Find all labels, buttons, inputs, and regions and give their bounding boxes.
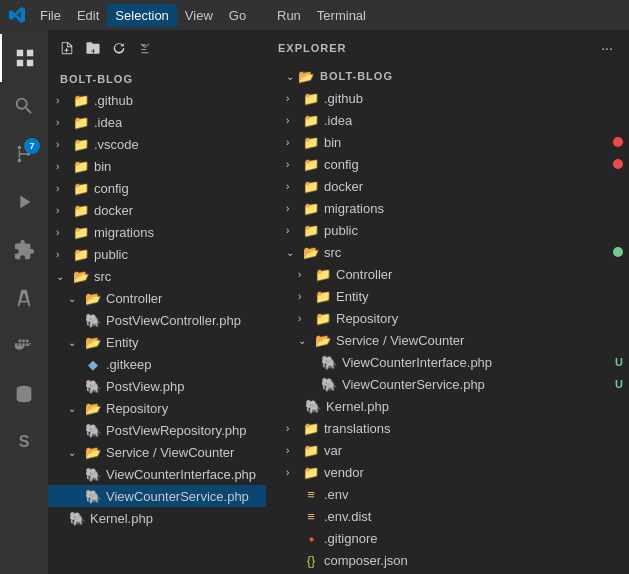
right-item-label: Repository	[336, 311, 629, 326]
right-root-label[interactable]: ⌄ 📂 BOLT-BLOG	[266, 65, 629, 87]
right-item-label: .env	[324, 487, 629, 502]
sidebar-item-viewcounterinterface[interactable]: 🐘 ViewCounterInterface.php	[48, 463, 266, 485]
sidebar-item-bin[interactable]: › 📁 bin	[48, 155, 266, 177]
right-item-translations[interactable]: › 📁 translations	[266, 417, 629, 439]
right-item-src[interactable]: ⌄ 📂 src	[266, 241, 629, 263]
sidebar-item-postview[interactable]: 🐘 PostView.php	[48, 375, 266, 397]
menu-run[interactable]: Run	[269, 4, 309, 27]
folder-icon: 📁	[72, 137, 90, 152]
folder-icon: 📁	[302, 179, 320, 194]
sidebar-item-src[interactable]: ⌄ 📂 src	[48, 265, 266, 287]
sidebar-item-docker[interactable]: › 📁 docker	[48, 199, 266, 221]
right-item-config[interactable]: › 📁 config	[266, 153, 629, 175]
sidebar-item-migrations[interactable]: › 📁 migrations	[48, 221, 266, 243]
right-item-viewcounterinterface[interactable]: 🐘 ViewCounterInterface.php U	[266, 351, 629, 373]
activity-source-control[interactable]: 7	[0, 130, 48, 178]
sidebar-item-github[interactable]: › 📁 .github	[48, 89, 266, 111]
folder-icon: 📁	[314, 289, 332, 304]
right-item-envdist[interactable]: ≡ .env.dist	[266, 505, 629, 527]
sidebar-item-repository[interactable]: ⌄ 📂 Repository	[48, 397, 266, 419]
sidebar-item-postviewcontroller[interactable]: 🐘 PostViewController.php	[48, 309, 266, 331]
right-item-kernel[interactable]: 🐘 Kernel.php	[266, 395, 629, 417]
activity-symfony[interactable]: S	[0, 418, 48, 466]
right-item-var[interactable]: › 📁 var	[266, 439, 629, 461]
folder-open-icon: 📂	[84, 445, 102, 460]
untracked-u-badge: U	[615, 356, 623, 368]
chevron-right-icon: ›	[56, 117, 72, 128]
activity-database[interactable]	[0, 370, 48, 418]
svg-rect-1	[19, 343, 22, 346]
folder-icon: 📁	[314, 311, 332, 326]
right-item-idea[interactable]: › 📁 .idea	[266, 109, 629, 131]
right-item-vendor[interactable]: › 📁 vendor	[266, 461, 629, 483]
menu-file[interactable]: File	[32, 4, 69, 27]
folder-icon: 📁	[302, 465, 320, 480]
right-item-controller[interactable]: › 📁 Controller	[266, 263, 629, 285]
activity-run-debug[interactable]	[0, 178, 48, 226]
activity-test[interactable]	[0, 274, 48, 322]
right-item-public[interactable]: › 📁 public	[266, 219, 629, 241]
sidebar-item-config[interactable]: › 📁 config	[48, 177, 266, 199]
right-item-migrations[interactable]: › 📁 migrations	[266, 197, 629, 219]
php-icon: 🐘	[84, 313, 102, 328]
right-item-service-viewcounter[interactable]: ⌄ 📂 Service / ViewCounter	[266, 329, 629, 351]
collapse-all-btn[interactable]	[134, 37, 156, 59]
sidebar-item-label: Kernel.php	[90, 511, 153, 526]
titlebar-left: File Edit Selection View Go	[0, 4, 265, 27]
chevron-right-icon: ›	[286, 203, 302, 214]
activity-docker[interactable]	[0, 322, 48, 370]
right-item-viewcounterservice[interactable]: 🐘 ViewCounterService.php U	[266, 373, 629, 395]
sidebar-item-label: src	[94, 269, 111, 284]
sidebar-item-entity[interactable]: ⌄ 📂 Entity	[48, 331, 266, 353]
right-item-github[interactable]: › 📁 .github	[266, 87, 629, 109]
right-item-docker[interactable]: › 📁 docker	[266, 175, 629, 197]
folder-icon: 📁	[72, 159, 90, 174]
right-item-entity[interactable]: › 📁 Entity	[266, 285, 629, 307]
activity-explorer[interactable]	[0, 34, 48, 82]
chevron-right-icon: ›	[286, 423, 302, 434]
sidebar-item-label: docker	[94, 203, 133, 218]
sidebar-item-service-viewcounter[interactable]: ⌄ 📂 Service / ViewCounter	[48, 441, 266, 463]
sidebar-item-label: .vscode	[94, 137, 139, 152]
sidebar-item-vscode[interactable]: › 📁 .vscode	[48, 133, 266, 155]
right-item-env[interactable]: ≡ .env	[266, 483, 629, 505]
modified-badge	[613, 137, 623, 147]
sidebar-item-kernel[interactable]: 🐘 Kernel.php	[48, 507, 266, 529]
menu-edit[interactable]: Edit	[69, 4, 107, 27]
sidebar-item-public[interactable]: › 📁 public	[48, 243, 266, 265]
menu-view[interactable]: View	[177, 4, 221, 27]
right-menus: Run Terminal	[269, 4, 374, 27]
left-menus: File Edit Selection View Go	[32, 4, 254, 27]
right-item-bin[interactable]: › 📁 bin	[266, 131, 629, 153]
sidebar-item-gitkeep[interactable]: ◆ .gitkeep	[48, 353, 266, 375]
right-item-label: migrations	[324, 201, 629, 216]
menu-terminal[interactable]: Terminal	[309, 4, 374, 27]
sidebar-item-controller[interactable]: ⌄ 📂 Controller	[48, 287, 266, 309]
right-item-label: docker	[324, 179, 629, 194]
chevron-right-icon: ›	[298, 291, 314, 302]
new-folder-btn[interactable]	[82, 37, 104, 59]
right-item-gitignore[interactable]: ⬥ .gitignore	[266, 527, 629, 549]
chevron-right-icon: ›	[298, 269, 314, 280]
right-item-repository[interactable]: › 📁 Repository	[266, 307, 629, 329]
right-item-label: bin	[324, 135, 613, 150]
right-item-label: .env.dist	[324, 509, 629, 524]
right-item-composer[interactable]: {} composer.json	[266, 549, 629, 571]
source-control-badge: 7	[24, 138, 40, 154]
sidebar-item-postviewrepository[interactable]: 🐘 PostViewRepository.php	[48, 419, 266, 441]
more-actions-btn[interactable]: ···	[597, 38, 617, 58]
json-icon: {}	[302, 553, 320, 568]
menu-go[interactable]: Go	[221, 4, 254, 27]
sidebar-item-idea[interactable]: › 📁 .idea	[48, 111, 266, 133]
menu-selection[interactable]: Selection	[107, 4, 176, 27]
folder-icon: 📁	[72, 115, 90, 130]
activity-extensions[interactable]	[0, 226, 48, 274]
right-tree: ⌄ 📂 BOLT-BLOG › 📁 .github › 📁 .idea	[266, 65, 629, 574]
sidebar-tree: BOLT-BLOG › 📁 .github › 📁 .idea › 📁 .vsc…	[48, 65, 266, 574]
gitignore-icon: ⬥	[302, 531, 320, 545]
sidebar-item-viewcounterservice[interactable]: 🐘 ViewCounterService.php	[48, 485, 266, 507]
new-file-btn[interactable]	[56, 37, 78, 59]
activity-search[interactable]	[0, 82, 48, 130]
refresh-btn[interactable]	[108, 37, 130, 59]
sidebar-toolbar	[48, 30, 266, 65]
